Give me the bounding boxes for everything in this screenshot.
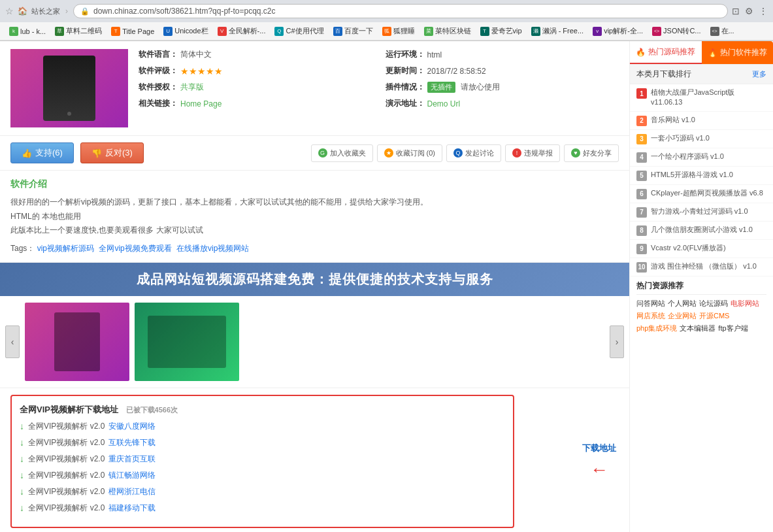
sidebar-monthly-item-2[interactable]: 3 一套小巧源码 v1.0	[630, 130, 773, 148]
main-content: 软件语言： 简体中文 软件评级： ★★★★★ 软件授权： 共享版 相关链接： H…	[0, 41, 629, 532]
subscribe-label: 收藏订阅 (0)	[396, 148, 436, 158]
resource-link-5[interactable]: 企业网站	[668, 311, 697, 321]
desc-title: 软件介绍	[10, 178, 619, 190]
sidebar-item-text-3: 一个绘小程序源码 v1.0	[651, 152, 724, 161]
resource-link-3[interactable]: 电影网站	[731, 299, 759, 308]
screenshots-section: ‹ ›	[0, 296, 629, 388]
tab-hot-source[interactable]: 🔥 热门源码推荐	[630, 41, 702, 64]
plugin-label: 插件情况：	[386, 82, 425, 93]
resource-link-8[interactable]: 文本编辑器	[680, 324, 715, 333]
related-link[interactable]: Home Page	[180, 99, 222, 108]
tag-link-3[interactable]: 在线播放vip视频网站	[176, 244, 249, 253]
bookmark-label-caite: 菜特区块链	[435, 26, 471, 36]
sidebar-monthly-item-7[interactable]: 8 几个微信朋友圈测试小游戏 v1.0	[630, 222, 773, 240]
bookmark-json[interactable]: <> JSON转C...	[648, 25, 704, 37]
download-item-2: ↓ 全网VIP视频解析 v2.0 重庆首页互联	[20, 454, 505, 465]
extensions-icon[interactable]: ⚙	[745, 6, 753, 16]
dl-mirror-2[interactable]: 重庆首页互联	[108, 454, 156, 465]
lock-icon: 🔒	[80, 7, 90, 16]
star-icon[interactable]: ☆	[5, 6, 14, 16]
bookmark-caite[interactable]: 菜 菜特区块链	[420, 25, 475, 37]
sidebar-monthly-item-6[interactable]: 7 智力游戏-小青蛙过河源码 v1.0	[630, 203, 773, 222]
sidebar-monthly-item-1[interactable]: 2 音乐网站 v1.0	[630, 112, 773, 130]
report-button[interactable]: ! 违规举报	[505, 144, 560, 162]
monthly-title: 本类月下载排行	[636, 69, 691, 80]
bookmark-unicode[interactable]: U Unicode栏	[159, 25, 212, 37]
dl-mirror-5[interactable]: 福建移动下载	[108, 503, 156, 514]
dl-icon-4: ↓	[20, 486, 24, 497]
sidebar-monthly-item-3[interactable]: 4 一个绘小程序源码 v1.0	[630, 148, 773, 167]
sidebar-monthly-item-8[interactable]: 9 Vcastr v2.0(FLV播放器)	[630, 240, 773, 258]
bookmark-vip[interactable]: V 全民解析-...	[214, 25, 270, 37]
subscribe-button[interactable]: ★ 收藏订阅 (0)	[377, 144, 443, 162]
tag-link-1[interactable]: vip视频解析源码	[37, 244, 94, 253]
bookmark-label-laiwo: 濑涡 - Free...	[542, 26, 584, 36]
resource-link-6[interactable]: 开源CMS	[699, 311, 729, 321]
bookmark-titlepage[interactable]: T Title Page	[107, 25, 158, 37]
related-label: 相关链接：	[139, 98, 178, 109]
bookmark-fox[interactable]: 狐 狐狸睡	[378, 25, 419, 37]
screenshot-prev[interactable]: ‹	[5, 325, 20, 358]
dl-mirror-1[interactable]: 互联先锋下载	[108, 437, 156, 448]
resource-link-2[interactable]: 论坛源码	[699, 299, 728, 308]
bookmark-laiwo[interactable]: 濑 濑涡 - Free...	[527, 25, 588, 37]
bookmark-extra[interactable]: <> 在...	[706, 25, 738, 37]
report-label: 违规举报	[524, 148, 553, 158]
resource-link-9[interactable]: ftp客户端	[718, 324, 748, 333]
menu-icon[interactable]: ⋮	[759, 6, 768, 16]
sidebar-monthly-item-4[interactable]: 5 HTML5开源格斗游戏 v1.0	[630, 167, 773, 185]
bookmark-csharp[interactable]: Q C#使用代理	[271, 25, 327, 37]
thumb-down-icon: 👎	[91, 148, 102, 158]
bookmark-label-unicode: Unicode栏	[174, 26, 208, 36]
oppose-button[interactable]: 👎 反对(3)	[80, 142, 144, 163]
rank-badge-9: 10	[636, 262, 647, 273]
demo-row: 演示地址： Demo Url	[386, 98, 619, 109]
sidebar-monthly-item-9[interactable]: 10 游戏 围住神经猫 （微信版） v1.0	[630, 258, 773, 276]
subscribe-icon: ★	[384, 148, 393, 158]
dl-mirror-4[interactable]: 橙网浙江电信	[108, 486, 156, 497]
add-fav-button[interactable]: G 加入收藏夹	[311, 144, 373, 162]
demo-link[interactable]: Demo Url	[427, 99, 461, 108]
bookmark-lub[interactable]: k lub - k...	[5, 25, 50, 37]
add-fav-label: 加入收藏夹	[330, 148, 366, 158]
monthly-more[interactable]: 更多	[752, 69, 766, 79]
screenshot-1[interactable]	[25, 303, 129, 381]
hot-source-icon: 🔥	[636, 48, 646, 57]
screenshot-2[interactable]	[135, 303, 239, 381]
download-label: 下载地址	[582, 442, 616, 454]
address-bar[interactable]: 🔒 down.chinaz.com/soft/38621.htm?qq-pf-t…	[73, 4, 728, 18]
share-button[interactable]: ♥ 好友分享	[564, 144, 619, 162]
dl-mirror-0[interactable]: 安徽八度网络	[108, 421, 156, 432]
bookmark-baidu[interactable]: 百 百度一下	[329, 25, 377, 37]
sidebar-item-text-6: 智力游戏-小青蛙过河源码 v1.0	[651, 207, 748, 216]
env-label: 运行环境：	[386, 49, 425, 60]
bookmark-label-json: JSON转C...	[663, 26, 700, 36]
rank-badge-2: 3	[636, 134, 647, 144]
tag-link-2[interactable]: 全网vip视频免费观看	[99, 244, 171, 253]
screenshot-next[interactable]: ›	[610, 325, 624, 358]
resource-link-0[interactable]: 问答网站	[636, 299, 665, 308]
resource-link-4[interactable]: 网店系统	[636, 311, 665, 321]
promo-banner[interactable]: 成品网站短视频源码搭建免费：提供便捷的技术支持与服务	[0, 263, 629, 296]
resource-link-1[interactable]: 个人网站	[668, 299, 697, 308]
sidebar-monthly-item-0[interactable]: 1 植物大战僵尸JavaScript版 v11.06.13	[630, 84, 773, 112]
rank-badge-5: 6	[636, 189, 647, 199]
dl-text-5: 全网VIP视频解析 v2.0	[28, 503, 105, 514]
bookmark-caoliao[interactable]: 草 草料二维码	[51, 25, 106, 37]
bookmark-iqiyi[interactable]: T 爱奇艺vip	[476, 25, 526, 37]
share-icon: ♥	[571, 148, 580, 158]
plugin-row: 插件情况： 无插件 请放心使用	[386, 82, 619, 93]
support-button[interactable]: 👍 支持(6)	[10, 142, 74, 163]
rank-badge-1: 2	[636, 116, 647, 126]
sidebar-monthly-item-5[interactable]: 6 CKplayer-超酷网页视频播放器 v6.8	[630, 185, 773, 203]
tab-hot-soft[interactable]: 🔥 热门软件推荐	[702, 41, 774, 64]
dl-mirror-3[interactable]: 镇江畅游网络	[108, 470, 156, 481]
bookmark-vipparse[interactable]: v vip解析-全...	[589, 25, 647, 37]
bookmark-icon-vip: V	[218, 27, 227, 36]
resource-link-7[interactable]: php集成环境	[636, 324, 677, 333]
bookmark-icon-caite: 菜	[424, 27, 433, 36]
cast-icon[interactable]: ⊡	[732, 6, 740, 16]
discuss-button[interactable]: Q 发起讨论	[446, 144, 501, 162]
sidebar-item-text-2: 一套小巧源码 v1.0	[651, 133, 710, 143]
share-link[interactable]: 共享版	[180, 82, 204, 93]
